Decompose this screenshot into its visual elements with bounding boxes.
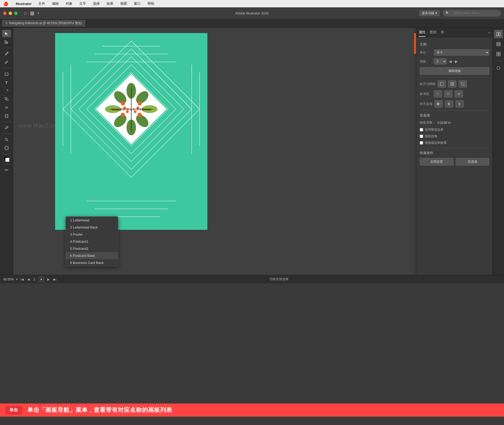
artboard-prev-arrow[interactable]: ◀: [448, 59, 453, 64]
menu-object[interactable]: 对象: [65, 1, 74, 7]
artboard-item-2[interactable]: 2 Letterhead Back: [66, 224, 118, 231]
close-button[interactable]: [3, 12, 7, 15]
align-icon-3[interactable]: [455, 100, 464, 108]
artboard-item-3[interactable]: 3 Poster: [66, 231, 118, 238]
tab-properties[interactable]: 属性: [419, 28, 426, 37]
artboard-nav: 2 ◀ ▶: [434, 58, 459, 65]
last-artboard-btn[interactable]: ▶|: [52, 277, 57, 281]
tab-layers[interactable]: 图层: [430, 28, 437, 37]
align-icon-1[interactable]: [434, 100, 443, 108]
tab-library[interactable]: 库: [441, 28, 444, 37]
preview-bounds-checkbox[interactable]: [420, 128, 423, 131]
menu-select[interactable]: 选择: [92, 1, 101, 7]
select-tool[interactable]: [2, 30, 11, 37]
search-icon: 🔍: [445, 11, 449, 15]
guide-icon-2[interactable]: [444, 90, 453, 98]
tab-close-icon[interactable]: ✕: [5, 22, 8, 25]
artboard-nav-dropdown[interactable]: ▾: [39, 277, 44, 282]
minimize-button[interactable]: [9, 12, 12, 15]
svg-rect-3: [6, 99, 8, 101]
canvas-area[interactable]: www.MacZ.com: [13, 28, 416, 275]
section-document: 文档: [420, 42, 489, 47]
guide-icon-1[interactable]: [434, 90, 442, 98]
svg-rect-8: [7, 117, 8, 118]
pen-tool[interactable]: [2, 50, 11, 57]
menu-illustrator[interactable]: Illustrator: [15, 1, 33, 6]
eyedropper-tool[interactable]: [2, 124, 11, 131]
menu-file[interactable]: 文件: [37, 1, 46, 7]
free-transform-tool[interactable]: [2, 112, 11, 120]
grid-icon-btn[interactable]: [448, 80, 456, 88]
panel-expand-icon[interactable]: »: [488, 30, 490, 35]
home-icon[interactable]: ⌂: [24, 10, 27, 16]
svg-rect-5: [5, 114, 6, 115]
status-center[interactable]: 切换直接选择: [57, 277, 501, 281]
svg-rect-6: [7, 114, 8, 115]
svg-point-53: [138, 113, 142, 117]
layers-panel-icon[interactable]: [494, 40, 503, 48]
app-title: Adobe Illustrator 2020: [235, 11, 269, 15]
more-tools[interactable]: •••: [2, 166, 11, 174]
scale-tool[interactable]: [2, 95, 11, 103]
artboard-item-5[interactable]: 5 Postcard2: [66, 245, 118, 252]
section-quick-actions: 快速操作: [420, 151, 489, 155]
warp-tool[interactable]: [2, 104, 11, 111]
rotate-tool[interactable]: [2, 87, 11, 94]
document-tab[interactable]: ✕ Navigating Artboards.ai @ 49.55% (RGB/…: [2, 20, 85, 26]
units-select[interactable]: 英寸 像素 毫米: [434, 49, 489, 56]
first-artboard-btn[interactable]: |◀: [20, 277, 24, 281]
scale-corners-checkbox[interactable]: [420, 135, 423, 138]
artboard-next-arrow[interactable]: ▶: [454, 59, 459, 64]
pixel-grid-icon-btn[interactable]: [459, 80, 467, 88]
menu-edit[interactable]: 编辑: [51, 1, 60, 7]
assets-panel-icon[interactable]: [494, 50, 503, 58]
artboard-item-8[interactable]: 8 Business Card Back: [66, 259, 118, 266]
direct-select-tool[interactable]: [2, 38, 11, 46]
svg-rect-88: [448, 103, 449, 105]
fr-separator: [494, 61, 503, 61]
scale-effects-checkbox[interactable]: [420, 141, 423, 145]
svg-rect-94: [497, 32, 498, 36]
stock-search-input[interactable]: [451, 10, 498, 16]
maximize-button[interactable]: [14, 12, 18, 15]
color-fill-stroke[interactable]: [4, 156, 9, 162]
pencil-tool[interactable]: [2, 59, 11, 66]
chevron-down-icon[interactable]: ▾: [38, 12, 39, 15]
menu-text[interactable]: 文字: [78, 1, 87, 7]
doc-settings-button[interactable]: 文档设置: [420, 158, 454, 166]
svg-rect-85: [437, 103, 438, 105]
type-tool[interactable]: T: [2, 79, 11, 86]
preferences-button[interactable]: 首选项: [456, 158, 490, 166]
align-icon-2[interactable]: [445, 100, 453, 108]
artboard-number-select[interactable]: 2: [434, 58, 447, 65]
rectangle-tool[interactable]: [2, 70, 11, 78]
next-artboard-btn[interactable]: ▶: [46, 277, 50, 281]
layout-icon[interactable]: ▦: [30, 10, 34, 16]
guide-icon-3[interactable]: [455, 90, 463, 98]
toolbar-separator-6: [2, 164, 11, 164]
menu-help[interactable]: 帮助: [146, 1, 155, 7]
properties-panel-icon[interactable]: [494, 30, 503, 38]
artboard-item-6[interactable]: 6 Postcard Back: [66, 252, 118, 259]
zoom-dropdown-icon[interactable]: ▾: [16, 278, 18, 281]
toolbar-separator-4: [2, 134, 11, 134]
artboard-tool[interactable]: [2, 144, 11, 152]
menu-view[interactable]: 视图: [119, 1, 128, 7]
zoom-tool[interactable]: [2, 136, 11, 143]
artboard-label: 画板：: [420, 59, 432, 64]
edit-artboard-button[interactable]: 编辑画板: [420, 67, 489, 75]
workspace-button[interactable]: 基本功能 ▾: [419, 10, 440, 16]
menu-effects[interactable]: 效果: [106, 1, 114, 7]
menu-window[interactable]: 窗口: [133, 1, 142, 7]
units-label: 单位：: [420, 50, 432, 55]
color-wheel-icon[interactable]: [494, 64, 503, 72]
artboard-item-1[interactable]: 1 Letterhead: [66, 217, 118, 224]
svg-point-52: [121, 113, 125, 117]
prev-artboard-btn[interactable]: ◀: [27, 277, 30, 281]
artboard-item-4[interactable]: 4 Postcard1: [66, 238, 118, 245]
rulers-icon-btn[interactable]: [438, 80, 446, 88]
svg-line-10: [7, 140, 8, 141]
stroke-color: [5, 158, 9, 162]
apple-menu[interactable]: 🍎: [3, 1, 8, 6]
svg-point-9: [5, 138, 7, 140]
